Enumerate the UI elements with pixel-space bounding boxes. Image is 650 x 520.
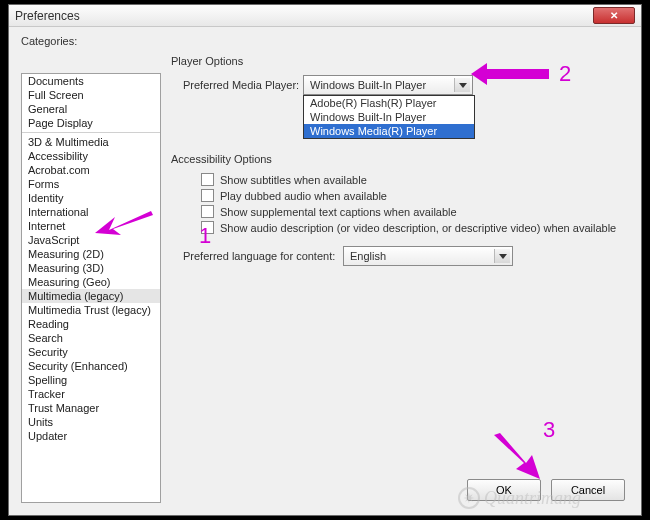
sidebar-item[interactable]: Multimedia (legacy): [22, 289, 160, 303]
sidebar-item[interactable]: Units: [22, 415, 160, 429]
close-icon: ✕: [610, 10, 618, 21]
dropdown-option[interactable]: Windows Media(R) Player: [304, 124, 474, 138]
chevron-down-icon: [454, 78, 470, 92]
accessibility-title: Accessibility Options: [171, 153, 629, 165]
checkbox[interactable]: [201, 205, 214, 218]
sidebar-item[interactable]: Multimedia Trust (legacy): [22, 303, 160, 317]
sidebar-item[interactable]: Identity: [22, 191, 160, 205]
sidebar-item[interactable]: Tracker: [22, 387, 160, 401]
preferred-player-label: Preferred Media Player:: [183, 79, 303, 91]
chevron-down-icon: [494, 249, 510, 263]
sidebar-item[interactable]: Search: [22, 331, 160, 345]
categories-list[interactable]: DocumentsFull ScreenGeneralPage Display3…: [21, 73, 161, 503]
sidebar-item[interactable]: Acrobat.com: [22, 163, 160, 177]
close-button[interactable]: ✕: [593, 7, 635, 24]
sidebar-item[interactable]: 3D & Multimedia: [22, 135, 160, 149]
sidebar-item[interactable]: Security (Enhanced): [22, 359, 160, 373]
sidebar-item[interactable]: Trust Manager: [22, 401, 160, 415]
options-panel: Player Options Preferred Media Player: W…: [171, 55, 629, 272]
dropdown-option[interactable]: Adobe(R) Flash(R) Player: [304, 96, 474, 110]
sidebar-separator: [22, 132, 160, 133]
preferred-player-dropdown[interactable]: Adobe(R) Flash(R) PlayerWindows Built-In…: [303, 95, 475, 139]
checkbox-row: Show subtitles when available: [201, 173, 629, 186]
checkbox-row: Show supplemental text captions when ava…: [201, 205, 629, 218]
sidebar-item[interactable]: Documents: [22, 74, 160, 88]
sidebar-item[interactable]: Forms: [22, 177, 160, 191]
sidebar-item[interactable]: Full Screen: [22, 88, 160, 102]
sidebar-item[interactable]: Measuring (2D): [22, 247, 160, 261]
categories-label: Categories:: [21, 35, 629, 47]
preferred-language-value: English: [350, 250, 386, 262]
dropdown-option[interactable]: Windows Built-In Player: [304, 110, 474, 124]
window-title: Preferences: [15, 9, 593, 23]
sidebar-item[interactable]: Security: [22, 345, 160, 359]
checkbox-label: Play dubbed audio when available: [220, 190, 387, 202]
preferred-player-value: Windows Built-In Player: [310, 79, 426, 91]
sidebar-item[interactable]: Accessibility: [22, 149, 160, 163]
checkbox[interactable]: [201, 173, 214, 186]
checkbox[interactable]: [201, 189, 214, 202]
checkbox-label: Show supplemental text captions when ava…: [220, 206, 457, 218]
preferred-language-label: Preferred language for content:: [183, 250, 343, 262]
checkbox-label: Show audio description (or video descrip…: [220, 222, 616, 234]
player-options-title: Player Options: [171, 55, 629, 67]
titlebar: Preferences ✕: [9, 5, 641, 27]
checkbox-label: Show subtitles when available: [220, 174, 367, 186]
sidebar-item[interactable]: General: [22, 102, 160, 116]
sidebar-item[interactable]: Internet: [22, 219, 160, 233]
watermark: ✷ Quantrimang: [458, 487, 581, 509]
sidebar-item[interactable]: Measuring (Geo): [22, 275, 160, 289]
sidebar-item[interactable]: Updater: [22, 429, 160, 443]
sidebar-item[interactable]: JavaScript: [22, 233, 160, 247]
preferred-language-combo[interactable]: English: [343, 246, 513, 266]
dialog-body: Categories: DocumentsFull ScreenGeneralP…: [9, 27, 641, 515]
lightbulb-icon: ✷: [458, 487, 480, 509]
sidebar-item[interactable]: Measuring (3D): [22, 261, 160, 275]
preferences-window: Preferences ✕ Categories: DocumentsFull …: [8, 4, 642, 516]
sidebar-item[interactable]: International: [22, 205, 160, 219]
checkbox-row: Show audio description (or video descrip…: [201, 221, 629, 234]
sidebar-item[interactable]: Page Display: [22, 116, 160, 130]
sidebar-item[interactable]: Reading: [22, 317, 160, 331]
sidebar-item[interactable]: Spelling: [22, 373, 160, 387]
checkbox-row: Play dubbed audio when available: [201, 189, 629, 202]
preferred-player-combo[interactable]: Windows Built-In Player Adobe(R) Flash(R…: [303, 75, 473, 95]
checkbox[interactable]: [201, 221, 214, 234]
